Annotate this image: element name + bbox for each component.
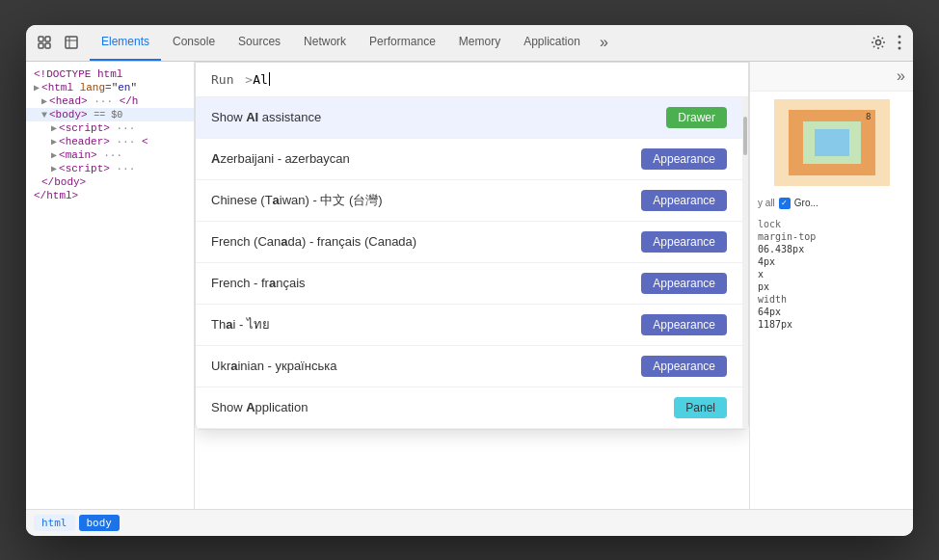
value-64px: 64px — [758, 307, 781, 317]
devtools-window: Elements Console Sources Network Perform… — [26, 25, 913, 536]
result-french[interactable]: French - français Appearance — [196, 263, 742, 305]
svg-rect-0 — [39, 37, 43, 41]
svg-rect-2 — [39, 43, 43, 48]
group-label: Gro... — [794, 198, 818, 208]
tab-memory[interactable]: Memory — [447, 25, 512, 61]
svg-point-7 — [876, 40, 881, 45]
styles-row: 64px — [758, 307, 905, 317]
styles-row: 1187px — [758, 319, 905, 330]
value-438: 06.438px — [758, 244, 804, 254]
dom-line: ▶<script> ··· — [26, 162, 194, 175]
result-ukrainian[interactable]: Ukrainian - українська Appearance — [196, 346, 742, 387]
inspect-icon[interactable] — [61, 32, 82, 53]
cursor-icon[interactable] — [34, 32, 55, 53]
dom-line: ▶<main> ··· — [26, 148, 194, 162]
more-options-button[interactable] — [894, 31, 905, 54]
border-box: 8 — [789, 110, 875, 175]
tab-elements[interactable]: Elements — [90, 25, 161, 61]
padding-box — [803, 121, 861, 164]
width-label: width — [758, 294, 787, 305]
content-box — [815, 129, 849, 156]
result-label: French (Canada) - français (Canada) — [211, 234, 416, 249]
dom-line: ▶<head> ··· </h — [26, 94, 194, 108]
command-input[interactable]: >Al — [237, 72, 269, 87]
result-show-application[interactable]: Show Application Panel — [196, 387, 742, 429]
toolbar-icons — [34, 32, 82, 53]
styles-row: width — [758, 294, 905, 305]
styles-row: x — [758, 269, 905, 280]
show-all-label: y all — [758, 198, 775, 208]
text-cursor — [269, 72, 270, 86]
svg-point-9 — [899, 41, 901, 44]
margin-box: 8 — [774, 99, 890, 186]
tab-network[interactable]: Network — [292, 25, 358, 61]
svg-rect-4 — [66, 37, 77, 48]
result-label: Show AI assistance — [211, 110, 321, 124]
drawer-button[interactable]: Drawer — [666, 107, 727, 128]
checkbox-group[interactable]: ✓ — [779, 198, 791, 209]
result-show-ai[interactable]: Show AI assistance Drawer — [196, 97, 742, 139]
result-chinese-taiwan[interactable]: Chinese (Taiwan) - 中文 (台灣) Appearance — [196, 180, 742, 222]
styles-area: lock margin-top 06.438px 4px x px — [750, 213, 913, 509]
value-x: x — [758, 269, 764, 280]
right-panel-header: » — [750, 62, 913, 92]
result-label: Chinese (Taiwan) - 中文 (台灣) — [211, 192, 383, 209]
bottom-bar: html body — [26, 509, 913, 536]
margin-top-label: margin-top — [758, 231, 816, 242]
tab-overflow[interactable]: » — [592, 25, 616, 61]
tab-performance[interactable]: Performance — [358, 25, 447, 61]
appearance-button[interactable]: Appearance — [641, 148, 727, 170]
appearance-button[interactable]: Appearance — [641, 190, 727, 211]
tab-console[interactable]: Console — [161, 25, 227, 61]
styles-row: lock — [758, 219, 905, 229]
result-azerbaijani[interactable]: Azerbaijani - azerbaycan Appearance — [196, 139, 742, 180]
result-label: Azerbaijani - azerbaycan — [211, 151, 350, 166]
result-label: Show Application — [211, 400, 308, 414]
styles-row: 4px — [758, 256, 905, 267]
styles-row: px — [758, 281, 905, 292]
command-results: Show AI assistance Drawer Azerbaijani - … — [196, 97, 748, 429]
border-value: 8 — [866, 112, 871, 121]
appearance-button[interactable]: Appearance — [641, 231, 727, 253]
scrollbar-thumb — [743, 117, 747, 155]
tab-sources[interactable]: Sources — [227, 25, 292, 61]
settings-button[interactable] — [867, 31, 890, 54]
svg-point-10 — [899, 47, 901, 50]
appearance-button[interactable]: Appearance — [641, 356, 727, 377]
breadcrumb-body[interactable]: body — [79, 515, 121, 531]
tab-application[interactable]: Application — [512, 25, 592, 61]
value-1187px: 1187px — [758, 319, 792, 330]
result-french-canada[interactable]: French (Canada) - français (Canada) Appe… — [196, 222, 742, 263]
value-4px: 4px — [758, 256, 775, 267]
dom-line: ▶<script> ··· — [26, 121, 194, 135]
dom-line: </html> — [26, 189, 194, 202]
checkbox-row: y all ✓ Gro... — [750, 194, 913, 213]
command-palette: Run >Al Show AI assistance Drawer — [195, 62, 749, 430]
dom-line: ▶<html lang="en" — [26, 81, 194, 94]
result-thai[interactable]: Thai - ไทย Appearance — [196, 305, 742, 346]
appearance-button[interactable]: Appearance — [641, 273, 727, 294]
breadcrumb-html[interactable]: html — [34, 515, 75, 531]
panel-button[interactable]: Panel — [674, 397, 727, 418]
dom-line: <!DOCTYPE html — [26, 67, 194, 81]
appearance-button[interactable]: Appearance — [641, 314, 727, 335]
svg-rect-3 — [45, 43, 50, 48]
right-panel-overflow[interactable]: » — [897, 67, 905, 85]
svg-rect-1 — [45, 37, 50, 41]
dom-line: </body> — [26, 175, 194, 189]
scrollbar[interactable] — [742, 97, 748, 429]
run-label: Run — [211, 72, 233, 87]
right-panel: » 8 — [749, 62, 913, 509]
dom-line-body[interactable]: ▼<body> == $0 — [26, 108, 194, 121]
center-area: Run >Al Show AI assistance Drawer — [195, 62, 749, 509]
main-content: <!DOCTYPE html ▶<html lang="en" ▶<head> … — [26, 62, 913, 509]
tab-bar: Elements Console Sources Network Perform… — [90, 25, 863, 61]
command-input-row: Run >Al — [196, 63, 748, 97]
box-model-area: 8 — [750, 92, 913, 194]
result-label: Thai - ไทย — [211, 314, 270, 334]
box-model: 8 — [774, 99, 890, 186]
results-list: Show AI assistance Drawer Azerbaijani - … — [196, 97, 742, 429]
result-label: French - français — [211, 276, 306, 290]
toolbar: Elements Console Sources Network Perform… — [26, 25, 913, 62]
dom-panel: <!DOCTYPE html ▶<html lang="en" ▶<head> … — [26, 62, 195, 509]
